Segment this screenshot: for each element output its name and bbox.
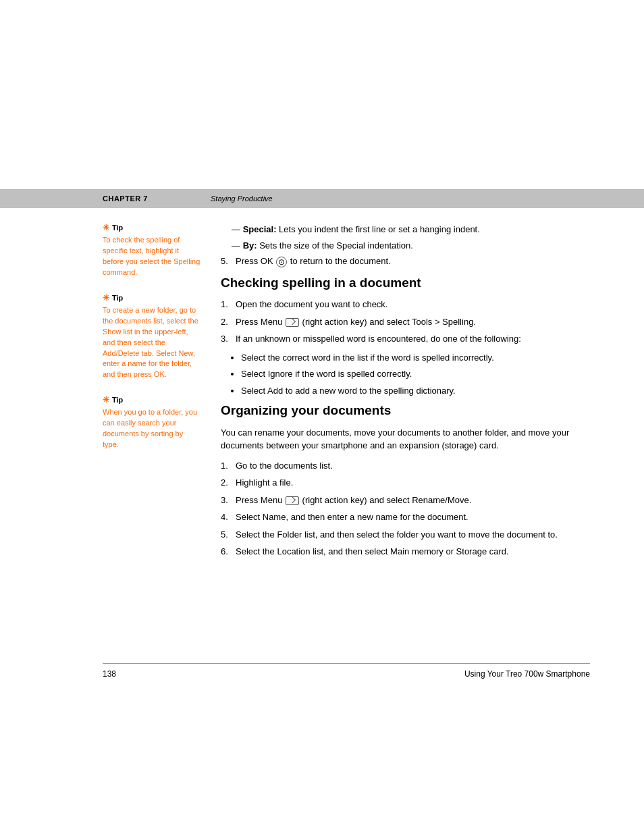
tip-text-2: To create a new folder, go to the docume…	[103, 305, 200, 381]
spelling-step-2-num: 2.	[221, 315, 232, 329]
sidebar-tips: ✳ Tip To check the spelling of specific …	[103, 223, 214, 563]
section-spelling: Checking spelling in a document 1. Open …	[221, 275, 590, 398]
ok-icon: ⊙	[276, 257, 287, 267]
spelling-step-1-text: Open the document you want to check.	[236, 298, 387, 311]
dash-item-by: — By: Sets the size of the Special inden…	[221, 239, 590, 253]
org-step-5-text: Select the Folder list, and then select …	[236, 528, 558, 542]
org-step-6-num: 6.	[221, 545, 232, 558]
spelling-step-1: 1. Open the document you want to check.	[221, 298, 590, 311]
spelling-bullet-3: Select Add to add a new word to the spel…	[241, 384, 590, 398]
org-step-1: 1. Go to the documents list.	[221, 459, 590, 473]
spelling-step-3-num: 3.	[221, 332, 232, 346]
tip-text-3: When you go to a folder, you can easily …	[103, 407, 200, 450]
tip-block-1: ✳ Tip To check the spelling of specific …	[103, 223, 200, 278]
step5-num: 5.	[221, 255, 232, 268]
tip-text-1: To check the spelling of specific text, …	[103, 235, 200, 278]
spelling-bullet-2: Select Ignore if the word is spelled cor…	[241, 367, 590, 381]
org-step-2-text: Highlight a file.	[236, 476, 293, 490]
tip-header-3: ✳ Tip	[103, 395, 200, 405]
footer-text: Using Your Treo 700w Smartphone	[464, 669, 590, 679]
chapter-header: CHAPTER 7 Staying Productive	[0, 189, 644, 208]
org-step-5-num: 5.	[221, 528, 232, 542]
spelling-step-2-text: Press Menu (right action key) and select…	[236, 315, 476, 329]
tip-word-1: Tip	[112, 224, 123, 232]
tip-word-3: Tip	[112, 396, 123, 404]
menu-icon-2	[286, 496, 299, 505]
org-step-6: 6. Select the Location list, and then se…	[221, 545, 590, 558]
special-bold: Special:	[243, 224, 277, 234]
section-heading-spelling: Checking spelling in a document	[221, 275, 590, 292]
main-content: — Special: Lets you indent the first lin…	[214, 223, 590, 563]
org-step-6-text: Select the Location list, and then selec…	[236, 545, 509, 558]
org-step-5: 5. Select the Folder list, and then sele…	[221, 528, 590, 542]
dash-item-special: — Special: Lets you indent the first lin…	[221, 223, 590, 236]
tip-star-1: ✳	[103, 223, 109, 232]
org-step-3: 3. Press Menu (right action key) and sel…	[221, 494, 590, 507]
tip-block-3: ✳ Tip When you go to a folder, you can e…	[103, 395, 200, 450]
org-step-3-num: 3.	[221, 494, 232, 507]
page-footer: 138 Using Your Treo 700w Smartphone	[103, 663, 590, 679]
tip-header-2: ✳ Tip	[103, 293, 200, 303]
content-area: ✳ Tip To check the spelling of specific …	[103, 223, 590, 563]
page-container: CHAPTER 7 Staying Productive ✳ Tip To ch…	[0, 0, 644, 834]
spelling-bullets: Select the correct word in the list if t…	[241, 351, 590, 398]
org-step-2: 2. Highlight a file.	[221, 476, 590, 490]
chapter-subtitle: Staying Productive	[211, 194, 273, 203]
spelling-bullet-1: Select the correct word in the list if t…	[241, 351, 590, 365]
spelling-step-2: 2. Press Menu (right action key) and sel…	[221, 315, 590, 329]
tip-block-2: ✳ Tip To create a new folder, go to the …	[103, 293, 200, 381]
org-step-4-num: 4.	[221, 511, 232, 524]
tip-header-1: ✳ Tip	[103, 223, 200, 232]
spelling-step-3: 3. If an unknown or misspelled word is e…	[221, 332, 590, 346]
page-number: 138	[103, 669, 116, 679]
org-step-4-text: Select Name, and then enter a new name f…	[236, 511, 468, 524]
org-step-1-num: 1.	[221, 459, 232, 473]
section-heading-organizing: Organizing your documents	[221, 402, 590, 419]
tip-star-3: ✳	[103, 395, 109, 405]
step5-text: Press OK ⊙ to return to the document.	[236, 255, 391, 268]
intro-continuation: — Special: Lets you indent the first lin…	[221, 223, 590, 268]
menu-icon-1	[286, 318, 299, 327]
spelling-step-3-text: If an unknown or misspelled word is enco…	[236, 332, 521, 346]
by-bold: By:	[243, 240, 257, 251]
tip-word-2: Tip	[112, 294, 123, 302]
tip-star-2: ✳	[103, 293, 109, 303]
org-step-4: 4. Select Name, and then enter a new nam…	[221, 511, 590, 524]
org-step-2-num: 2.	[221, 476, 232, 490]
step5: 5. Press OK ⊙ to return to the document.	[221, 255, 590, 268]
org-step-1-text: Go to the documents list.	[236, 459, 333, 473]
org-step-3-text: Press Menu (right action key) and select…	[236, 494, 471, 507]
spelling-step-1-num: 1.	[221, 298, 232, 311]
section-organizing: Organizing your documents You can rename…	[221, 402, 590, 558]
chapter-label: CHAPTER 7	[103, 194, 211, 203]
organizing-intro: You can rename your documents, move your…	[221, 426, 590, 452]
